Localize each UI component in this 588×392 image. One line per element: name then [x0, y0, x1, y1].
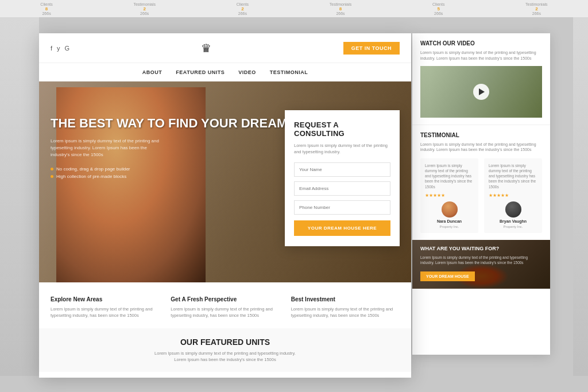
feature-perspective: Get A Fresh Perspective Lorem Ipsum is s… [171, 296, 279, 319]
testimonial-desc: Lorem Ipsum is simply dummy text of the … [420, 142, 542, 153]
cta-wrapper: WHAT ARE YOU WAITING FOR? Lorem Ipsum is… [412, 240, 550, 289]
cta-title: WHAT ARE YOU WAITING FOR? [420, 246, 542, 251]
feature-perspective-desc: Lorem Ipsum is simply dummy text of the … [171, 306, 279, 319]
bg-bottom [0, 376, 588, 392]
bullet-dot-2 [51, 175, 53, 178]
watch-video-title: WATCH OUR VIDEO [420, 40, 542, 46]
cta-button[interactable]: YOUR DREAM HOUSE [420, 271, 475, 281]
featured-units-section: OUR FEATURED UNITS Lorem Ipsum is simply… [39, 328, 411, 372]
bg-left [0, 17, 39, 376]
hero-section: THE BEST WAY TO FIND YOUR DREAM HOME Lor… [39, 81, 411, 282]
email-input[interactable] [294, 181, 390, 196]
featured-units-desc2: Lorem Ipsum has been the industry's sinc… [51, 356, 400, 363]
consulting-form-title: REQUEST A CONSULTING [294, 121, 390, 138]
facebook-link[interactable]: f [51, 45, 52, 52]
features-section: Explore New Areas Lorem Ipsum is simply … [39, 282, 411, 328]
watch-video-desc: Lorem Ipsum is simply dummy text of the … [420, 50, 542, 61]
person-2-name: Bryan Vaughn [500, 219, 527, 223]
main-website-card: f y G ♛ GET IN TOUCH ABOUT FEATURED UNIT… [39, 33, 411, 378]
stat-5: Clients 5 266s [432, 2, 444, 15]
avatar-2 [505, 201, 521, 218]
site-logo: ♛ [201, 41, 211, 55]
testimonial-title: TESTIMONIAL [420, 132, 542, 138]
feature-explore-title: Explore New Areas [51, 296, 159, 302]
right-sidebar-card: WATCH OUR VIDEO Lorem Ipsum is simply du… [412, 33, 550, 355]
nav-about[interactable]: ABOUT [142, 69, 163, 75]
consulting-submit-button[interactable]: YOUR DREAM HOUSE HERE [294, 220, 390, 236]
testimonial-2-stars: ★★★★★ [489, 193, 537, 198]
video-thumbnail[interactable] [420, 66, 542, 118]
featured-units-desc: Lorem Ipsum is simply dummy text of the … [51, 350, 400, 356]
nav-video[interactable]: VIDEO [238, 69, 256, 75]
feature-investment-desc: Lorem Ipsum is simply dummy text of the … [291, 306, 400, 319]
consulting-form: REQUEST A CONSULTING Lorem Ipsum is simp… [285, 110, 400, 246]
watch-video-section: WATCH OUR VIDEO Lorem Ipsum is simply du… [412, 33, 550, 125]
play-icon [479, 88, 485, 95]
feature-investment: Best Investment Lorem Ipsum is simply du… [291, 296, 400, 319]
feature-investment-title: Best Investment [291, 296, 400, 302]
testimonial-1-stars: ★★★★★ [425, 193, 474, 198]
stat-3: Clients 2 266s [237, 2, 249, 15]
testimonial-card-1: Lorem Ipsum is simply dummy text of the … [420, 158, 478, 232]
social-links: f y G [51, 45, 69, 52]
play-button[interactable] [473, 84, 489, 100]
person-1-name: Nara Duncan [437, 219, 462, 223]
hero-description: Lorem ipsum is simply dummy text of the … [51, 138, 165, 158]
nav-featured-units[interactable]: FEATURED UNITS [176, 69, 225, 75]
bg-right [573, 17, 588, 376]
featured-units-title: OUR FEATURED UNITS [51, 337, 400, 347]
testimonial-section: TESTIMONIAL Lorem Ipsum is simply dummy … [412, 125, 550, 240]
google-link[interactable]: G [65, 45, 70, 52]
cta-overlay: WHAT ARE YOU WAITING FOR? Lorem Ipsum is… [412, 240, 550, 289]
stat-6: Testimonials 2 266s [525, 2, 548, 15]
cta-desc: Lorem Ipsum is simply dummy text of the … [420, 255, 542, 265]
feature-perspective-title: Get A Fresh Perspective [171, 296, 279, 302]
testimonial-1-person: Nara Duncan Property Inc. [425, 201, 474, 228]
stat-2: Testimonials 2 266s [133, 2, 156, 15]
phone-input[interactable] [294, 200, 390, 215]
testimonial-cards: Lorem Ipsum is simply dummy text of the … [420, 158, 542, 232]
site-header: f y G ♛ GET IN TOUCH [39, 33, 411, 63]
name-input[interactable] [294, 162, 390, 177]
consulting-form-description: Lorem Ipsum is simply dummy text of the … [294, 142, 390, 156]
main-nav: ABOUT FEATURED UNITS VIDEO TESTIMONIAL [39, 63, 411, 81]
get-in-touch-button[interactable]: GET IN TOUCH [343, 42, 400, 55]
twitter-link[interactable]: y [57, 45, 60, 52]
avatar-1 [442, 201, 458, 218]
bullet-dot-1 [51, 168, 53, 170]
top-stats-bar: Clients 8 266s Testimonials 2 266s Clien… [0, 0, 588, 17]
feature-explore: Explore New Areas Lorem Ipsum is simply … [51, 296, 159, 319]
person-2-title: Property Inc. [503, 225, 523, 228]
stat-1: Clients 8 266s [40, 2, 52, 15]
person-1-title: Property Inc. [439, 225, 459, 228]
testimonial-1-text: Lorem Ipsum is simply dummy text of the … [425, 163, 474, 189]
stat-4: Testimonials 8 266s [330, 2, 352, 15]
testimonial-card-2: Lorem Ipsum is simply dummy text of the … [484, 158, 542, 232]
testimonial-2-text: Lorem Ipsum is simply dummy text of the … [489, 163, 537, 189]
testimonial-2-person: Bryan Vaughn Property Inc. [489, 201, 537, 228]
feature-explore-desc: Lorem Ipsum is simply dummy text of the … [51, 306, 159, 319]
nav-testimonial[interactable]: TESTIMONIAL [270, 69, 308, 75]
